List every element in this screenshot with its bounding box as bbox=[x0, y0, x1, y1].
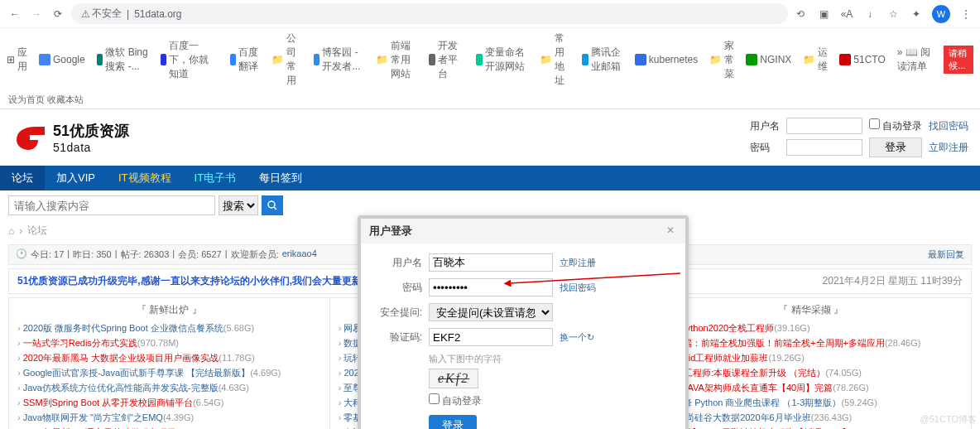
header-login-button[interactable]: 登录 bbox=[869, 137, 922, 157]
site-title-en: 51data bbox=[53, 141, 129, 154]
apps-icon[interactable]: ⊞ 应用 bbox=[7, 46, 27, 74]
bm-51cto[interactable]: 51CTO bbox=[839, 54, 885, 65]
modal-question-label: 安全提问: bbox=[376, 306, 422, 320]
register-link[interactable]: 立即注册 bbox=[929, 141, 968, 155]
list-item[interactable]: Java物联网开发 "尚方宝剑"之EMQ(4.39G) bbox=[17, 410, 321, 425]
sync-icon[interactable]: ⟲ bbox=[793, 8, 808, 20]
stat-members: 会员: 6527 bbox=[178, 248, 222, 261]
modal-username-input[interactable] bbox=[429, 253, 553, 272]
list-item[interactable]: Android工程师就业加薪班(19.26G) bbox=[659, 350, 963, 365]
clock-icon: 🕐 bbox=[16, 248, 27, 261]
address-bar[interactable]: ⚠ 不安全 | 51data.org bbox=[71, 3, 788, 24]
toolbar-icons: ⟲ ▣ «A ↓ ☆ ✦ W ⋮ bbox=[793, 5, 973, 23]
header-username-input[interactable] bbox=[786, 118, 862, 134]
user-label: 用户名 bbox=[750, 119, 780, 133]
nav-forum[interactable]: 论坛 bbox=[0, 166, 45, 190]
bm-qqmail[interactable]: 腾讯企业邮箱 bbox=[582, 46, 623, 74]
modal-auto-login[interactable]: 自动登录 bbox=[429, 393, 670, 408]
reload-button[interactable]: ⟳ bbox=[50, 6, 66, 22]
refresh-icon: ↻ bbox=[587, 332, 594, 342]
bm-baidu[interactable]: 百度一下，你就知道 bbox=[161, 39, 219, 81]
list-item[interactable]: 2020版 微服务时代Spring Boot 企业微信点餐系统(5.68G) bbox=[17, 321, 321, 335]
bm-folder4[interactable]: 📁家常菜 bbox=[709, 39, 734, 81]
notice-time: 2021年4月2日 星期五 11时39分 bbox=[823, 274, 963, 288]
header-login: 用户名 自动登录 找回密码 密码 登录 立即注册 bbox=[750, 118, 968, 157]
list-item[interactable]: 2020年最新黑马 大数据企业级项目用户画像实战(11.78G) bbox=[17, 350, 321, 365]
stat-today: 今日: 17 bbox=[31, 248, 64, 261]
modal-question-select[interactable]: 安全提问(未设置请忽略) bbox=[429, 303, 553, 321]
captcha-image[interactable]: eKf2 bbox=[429, 369, 478, 388]
crumb-forum[interactable]: 论坛 bbox=[27, 224, 47, 238]
list-item[interactable]: 一站式学习Redis分布式实践(970.78M) bbox=[17, 335, 321, 350]
list-item[interactable]: Java工程师:本版课程全新升级 （完结）(74.05G) bbox=[659, 365, 963, 380]
forgot-link[interactable]: 找回密码 bbox=[929, 119, 968, 133]
nav-checkin[interactable]: 每日签到 bbox=[247, 166, 314, 190]
list-item[interactable]: 大前端：前端全栈加强版！前端全栈+全周期+多端应用(28.46G) bbox=[659, 335, 963, 350]
pass-label: 密码 bbox=[750, 141, 780, 155]
list-item[interactable]: Google面试官亲授-Java面试新手尊享课 【完结最新版】(4.69G) bbox=[17, 365, 321, 380]
search-scope[interactable]: 搜索 bbox=[219, 195, 258, 215]
bm-folder5[interactable]: 📁运维 bbox=[803, 46, 828, 74]
close-icon[interactable]: ✕ bbox=[664, 224, 677, 238]
modal-forgot-link[interactable]: 找回密码 bbox=[560, 282, 596, 294]
bm-k8s[interactable]: kubernetes bbox=[635, 54, 698, 65]
list-item[interactable]: 廖雪峰 Python 商业爬虫课程 （1-3期整版）(59.24G) bbox=[659, 395, 963, 410]
modal-register-link[interactable]: 立即注册 bbox=[560, 257, 596, 269]
nav-video[interactable]: IT视频教程 bbox=[107, 166, 183, 190]
translate-icon[interactable]: «A bbox=[839, 8, 854, 20]
download-icon[interactable]: ↓ bbox=[862, 8, 877, 20]
modal-submit-button[interactable]: 登录 bbox=[429, 415, 477, 429]
bm-cnblogs[interactable]: 博客园 - 开发者... bbox=[314, 46, 364, 74]
list-item[interactable]: MK python2020全栈工程师(39.16G) bbox=[659, 321, 963, 335]
watermark: @51CTO博客 bbox=[920, 413, 977, 426]
modal-captcha-label: 验证码: bbox=[376, 330, 422, 345]
home-icon[interactable]: ⌂ bbox=[8, 225, 14, 237]
forward-button[interactable]: → bbox=[28, 6, 45, 22]
bm-nginx[interactable]: NGINX bbox=[746, 54, 791, 65]
url-text: 51data.org bbox=[134, 8, 181, 20]
header-password-input[interactable] bbox=[786, 139, 862, 156]
reading-list[interactable]: » 📖 阅读清单 bbox=[897, 46, 933, 74]
bm-google[interactable]: Google bbox=[39, 54, 85, 65]
sub-bar: 设为首页 收藏本站 bbox=[0, 91, 980, 108]
insecure-icon: ⚠ 不安全 bbox=[81, 7, 122, 21]
bm-var[interactable]: 变量命名开源网站 bbox=[476, 46, 528, 74]
modal-password-input[interactable] bbox=[429, 278, 553, 296]
col-fresh: 『 新鲜出炉 』 2020版 微服务时代Spring Boot 企业微信点餐系统… bbox=[9, 298, 330, 429]
back-button[interactable]: ← bbox=[7, 6, 23, 22]
profile-avatar[interactable]: W bbox=[932, 5, 950, 23]
nav-vip[interactable]: 加入VIP bbox=[45, 166, 107, 190]
nav-ebook[interactable]: IT电子书 bbox=[183, 166, 248, 190]
bm-folder3[interactable]: 📁常用地址 bbox=[540, 31, 570, 88]
svg-line-1 bbox=[274, 207, 276, 210]
logo-icon bbox=[12, 123, 48, 152]
ext-icon[interactable]: ▣ bbox=[816, 8, 831, 20]
modal-refresh-captcha[interactable]: 换一个↻ bbox=[560, 331, 594, 344]
list-item[interactable]: SSM到Spring Boot 从零开发校园商铺平台(6.54G) bbox=[17, 395, 321, 410]
list-item[interactable]: Java仿栈系统方位优化高性能高并发实战-完整版(4.63G) bbox=[17, 380, 321, 395]
puzzle-icon[interactable]: ✦ bbox=[909, 8, 924, 20]
list-item[interactable]: 2020年最新 Go语言零基础微服务项目(10.51G) bbox=[17, 425, 321, 429]
col-fresh-title: 『 新鲜出炉 』 bbox=[9, 301, 329, 319]
auto-login-check[interactable]: 自动登录 bbox=[869, 118, 922, 133]
bm-folder2[interactable]: 📁前端常用网站 bbox=[376, 39, 417, 81]
site-header: 51优质资源 51data 用户名 自动登录 找回密码 密码 登录 立即注册 bbox=[0, 109, 980, 166]
menu-icon[interactable]: ⋮ bbox=[958, 8, 973, 20]
bm-dev[interactable]: 开发者平台 bbox=[429, 39, 464, 81]
search-input[interactable] bbox=[8, 195, 215, 215]
site-logo[interactable]: 51优质资源 51data bbox=[12, 121, 129, 154]
stat-yesterday: 昨日: 350 bbox=[73, 248, 111, 261]
search-button[interactable] bbox=[262, 195, 283, 215]
bm-bing[interactable]: 微软 Bing 搜索 -... bbox=[97, 46, 149, 74]
bookmark-icon[interactable]: ☆ bbox=[886, 8, 901, 20]
captcha-hint: 输入下图中的字符 bbox=[429, 353, 670, 365]
list-item[interactable]: 高速JAVA架构师成长直通车【40周】完篇(78.26G) bbox=[659, 380, 963, 395]
browser-chrome: ← → ⟳ ⚠ 不安全 | 51data.org ⟲ ▣ «A ↓ ☆ ✦ W … bbox=[0, 0, 980, 109]
list-item[interactable]: 补链 尚硅谷大数据2020年6月毕业班(236.43G) bbox=[659, 410, 963, 425]
modal-captcha-input[interactable] bbox=[429, 328, 553, 346]
list-item[interactable]: 【天勤】2021天勤计算机全程班【授课1980】(22.49G) bbox=[659, 425, 963, 429]
latest-reply-link[interactable]: 最新回复 bbox=[928, 248, 964, 261]
bm-folder1[interactable]: 📁公司常用 bbox=[271, 31, 302, 88]
bm-fanyi[interactable]: 百度翻译 bbox=[230, 46, 260, 74]
stat-newmember[interactable]: erikaao4 bbox=[282, 248, 317, 261]
